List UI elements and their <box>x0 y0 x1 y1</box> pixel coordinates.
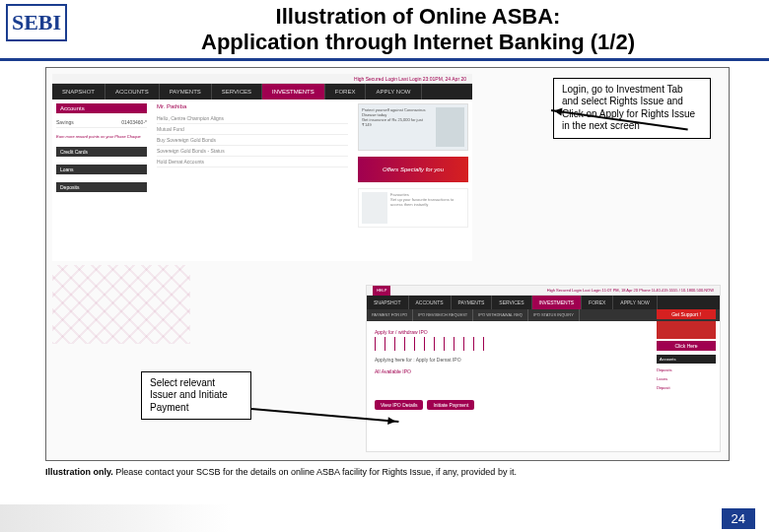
bankB-get-support-banner <box>657 321 716 339</box>
bank-screenshot-bottom: HELP High Secured Login Last Login 11:07… <box>366 285 721 452</box>
bankA-side-savings-value: 01403460-* <box>121 119 147 125</box>
bankA-side-creditcards[interactable]: Credit Cards <box>56 147 147 157</box>
bankA-greeting: Mr. Pathiba <box>157 103 348 109</box>
bankB-nav: SNAPSHOT ACCOUNTS PAYMENTS SERVICES INVE… <box>367 296 720 309</box>
bankA-favourites[interactable]: Favourites Set up your favourite transac… <box>358 188 468 228</box>
title-underline <box>0 58 769 61</box>
bankB-rside-accounts[interactable]: Accounts <box>657 355 716 364</box>
illustration-frame: High Secured Login Last Login 23:01PM, 2… <box>45 67 730 461</box>
bankA-promo-image <box>436 107 464 147</box>
bankB-sub-status[interactable]: IPO STATUS INQUIRY <box>528 309 580 321</box>
bankA-tab-services[interactable]: SERVICES <box>212 84 262 100</box>
bankA-item-demat[interactable]: Hold Demat Accounts <box>157 157 348 167</box>
bankB-view-ipo-button[interactable]: View IPO Details <box>375 400 423 410</box>
bankA-sidebar: Accounts Savings 01403460-* Earn more re… <box>52 100 151 257</box>
bankB-tab-snapshot[interactable]: SNAPSHOT <box>367 296 409 309</box>
bankB-tab-applynow[interactable]: APPLY NOW <box>613 296 657 309</box>
bankA-tab-payments[interactable]: PAYMENTS <box>160 84 212 100</box>
bankB-right-sidebar: Accounts Deposits Loans Deposit <box>657 355 716 392</box>
bankA-promo-sub: Get insurance of Rs 25,000 for just ₹149 <box>362 117 433 127</box>
bankA-greeting-sub: Hello, Centre Champion Aligns <box>157 113 348 124</box>
slide-title: Illustration of Online ASBA: Application… <box>77 4 759 56</box>
bankA-side-cta: Earn more reward points on your Phase Ch… <box>56 134 147 139</box>
decorative-pattern <box>52 265 190 344</box>
bankA-tab-applynow[interactable]: APPLY NOW <box>366 84 421 100</box>
bankB-apply-label: Apply for / withdraw IPO <box>375 329 651 335</box>
bankB-rside-loans[interactable]: Loans <box>657 374 716 383</box>
bankA-fav-sub: Set up your favourite transactions to ac… <box>390 197 464 207</box>
sebi-logo: SEBI <box>6 4 67 41</box>
footnote-lead: Illustration only. <box>45 467 113 477</box>
bankA-side-savings-label: Savings <box>56 119 74 125</box>
bankB-tab-accounts[interactable]: ACCOUNTS <box>409 296 452 309</box>
footnote-rest: Please contact your SCSB for the details… <box>113 467 517 477</box>
bankB-rside-deposits[interactable]: Deposits <box>657 366 716 374</box>
bankA-right-promos: Protect yourself against Coronavirus Dis… <box>354 100 472 257</box>
bankB-status-bar: HELP High Secured Login Last Login 11:07… <box>367 286 720 296</box>
bankA-tab-snapshot[interactable]: SNAPSHOT <box>52 84 105 100</box>
footer-bar: 24 <box>0 504 769 532</box>
bankA-promo-title: Protect yourself against Coronavirus Dis… <box>362 107 433 117</box>
bankA-tab-investments[interactable]: INVESTMENTS <box>262 84 325 100</box>
bank-screenshot-top: High Secured Login Last Login 23:01PM, 2… <box>52 74 472 261</box>
bankA-main: Mr. Pathiba Hello, Centre Champion Align… <box>151 100 354 257</box>
bankA-item-sgb-status[interactable]: Sovereign Gold Bonds - Status <box>157 146 348 157</box>
bankA-nav: SNAPSHOT ACCOUNTS PAYMENTS SERVICES INVE… <box>52 84 472 100</box>
bankA-offers-banner[interactable]: Offers Specially for you <box>358 157 468 182</box>
bankA-item-mf[interactable]: Mutual Fund <box>157 124 348 135</box>
bankB-get-support: Get Support ! Click Here <box>657 309 716 351</box>
bankA-fav-image <box>362 192 387 224</box>
bankB-status-text: High Secured Login Last Login 11:07 PM, … <box>547 288 714 293</box>
bankA-side-accounts-header: Accounts <box>56 103 147 113</box>
bankA-side-loans[interactable]: Loans <box>56 165 147 174</box>
bankB-sub-payment-ipo[interactable]: PAYMENT FOR IPO <box>367 309 413 321</box>
callout-initiate-payment: Select relevant Issuer and Initiate Paym… <box>141 371 251 421</box>
bankA-side-savings-row[interactable]: Savings 01403460-* <box>56 117 147 128</box>
bankB-tab-services[interactable]: SERVICES <box>492 296 531 309</box>
bankA-tab-accounts[interactable]: ACCOUNTS <box>105 84 160 100</box>
bankB-get-support-title: Get Support ! <box>657 309 716 319</box>
footnote: Illustration only. Please contact your S… <box>45 467 730 477</box>
bankB-help-pill[interactable]: HELP <box>373 286 390 296</box>
bankB-sub-revise[interactable]: IPO REVISE/CH REQUEST <box>413 309 473 321</box>
bankB-tab-investments[interactable]: INVESTMENTS <box>532 296 583 309</box>
bankA-item-buy-sgb[interactable]: Buy Sovereign Gold Bonds <box>157 135 348 146</box>
sebi-logo-text: SEBI <box>12 10 61 35</box>
bankB-initiate-payment-button[interactable]: Initiate Payment <box>427 400 474 410</box>
bankB-steps-graphic <box>375 337 493 351</box>
page-number-badge: 24 <box>722 508 755 529</box>
bankB-rside-deposit[interactable]: Deposit <box>657 383 716 392</box>
bankB-available-ipo: All Available IPO <box>375 368 651 374</box>
bankB-sub-withdraw[interactable]: IPO WITHDRAWAL REQ <box>473 309 528 321</box>
bankB-get-support-btn[interactable]: Click Here <box>657 341 716 351</box>
bankA-tab-forex[interactable]: FOREX <box>325 84 367 100</box>
bankB-applying-for: Applying here for : Apply for Demat IPO <box>375 357 651 363</box>
bankA-status-bar: High Secured Login Last Login 23:01PM, 2… <box>52 74 472 84</box>
bankB-tab-payments[interactable]: PAYMENTS <box>452 296 493 309</box>
bankB-tab-forex[interactable]: FOREX <box>582 296 613 309</box>
bankA-side-deposits[interactable]: Deposits <box>56 182 147 192</box>
bankA-promo-corona[interactable]: Protect yourself against Coronavirus Dis… <box>358 103 468 151</box>
slide-title-line1: Illustration of Online ASBA: <box>276 4 561 29</box>
slide-title-line2: Application through Internet Banking (1/… <box>201 30 635 54</box>
